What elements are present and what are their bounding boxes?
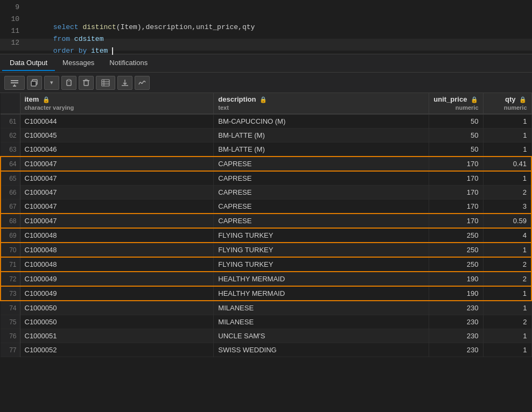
- cell-description: FLYING TURKEY: [214, 228, 429, 243]
- tab-messages[interactable]: Messages: [55, 55, 102, 71]
- chart-icon: [138, 80, 146, 86]
- cell-unit-price: 50: [429, 143, 483, 157]
- row-number: 64: [1, 157, 20, 171]
- cell-description: MILANESE: [214, 315, 429, 329]
- cell-qty: 2: [483, 272, 531, 286]
- cell-unit-price: 230: [429, 315, 483, 329]
- cell-qty: 1: [483, 329, 531, 343]
- lock-icon-qty: 🔒: [517, 96, 527, 103]
- copy-icon: [31, 79, 38, 87]
- svg-rect-8: [84, 81, 88, 86]
- cell-item: C1000048: [20, 228, 214, 243]
- table-row[interactable]: 77 C1000052 SWISS WEDDING 230 1: [1, 343, 531, 357]
- add-row-icon: [10, 79, 19, 87]
- row-number: 77: [1, 343, 20, 357]
- svg-rect-3: [13, 86, 16, 87]
- paste-button[interactable]: [61, 76, 76, 90]
- cell-item: C1000052: [20, 343, 214, 357]
- row-number: 76: [1, 329, 20, 343]
- cell-description: MILANESE: [214, 301, 429, 315]
- cell-description: BM-CAPUCCINO (M): [214, 114, 429, 129]
- tab-data-output[interactable]: Data Output: [2, 55, 55, 71]
- chart-button[interactable]: [135, 76, 150, 90]
- cell-qty: 1: [483, 301, 531, 315]
- lock-icon-description: 🔒: [258, 96, 267, 103]
- cell-unit-price: 170: [429, 157, 483, 171]
- cell-item: C1000048: [20, 243, 214, 257]
- cell-qty: 0.41: [483, 157, 531, 171]
- cursor: [112, 47, 113, 55]
- row-number: 66: [1, 186, 20, 200]
- cell-item: C1000047: [20, 171, 214, 186]
- cell-description: HEALTHY MERMAID: [214, 272, 429, 286]
- table-row[interactable]: 66 C1000047 CAPRESE 170 2: [1, 186, 531, 200]
- cell-item: C1000050: [20, 301, 214, 315]
- table-body: 61 C1000044 BM-CAPUCCINO (M) 50 1 62 C10…: [1, 114, 531, 357]
- cell-description: BM-LATTE (M): [214, 129, 429, 143]
- table-row[interactable]: 61 C1000044 BM-CAPUCCINO (M) 50 1: [1, 114, 531, 129]
- download-button[interactable]: [117, 76, 132, 90]
- table-row[interactable]: 72 C1000049 HEALTHY MERMAID 190 2: [1, 272, 531, 286]
- col-header-qty[interactable]: qty 🔒 numeric: [483, 93, 531, 114]
- cell-description: BM-LATTE (M): [214, 143, 429, 157]
- row-number: 75: [1, 315, 20, 329]
- paste-icon: [65, 79, 73, 87]
- add-row-button[interactable]: [4, 76, 25, 90]
- cell-qty: 2: [483, 315, 531, 329]
- filter-button[interactable]: [96, 76, 115, 90]
- table-row[interactable]: 63 C1000046 BM-LATTE (M) 50 1: [1, 143, 531, 157]
- table-row[interactable]: 76 C1000051 UNCLE SAM'S 230 1: [1, 329, 531, 343]
- svg-rect-10: [85, 79, 87, 80]
- copy-button[interactable]: [27, 76, 42, 90]
- col-header-item[interactable]: item 🔒 character varying: [20, 93, 214, 114]
- table-row[interactable]: 68 C1000047 CAPRESE 170 0.59: [1, 214, 531, 228]
- cell-description: HEALTHY MERMAID: [214, 286, 429, 301]
- cell-description: FLYING TURKEY: [214, 257, 429, 272]
- cell-unit-price: 250: [429, 243, 483, 257]
- cell-unit-price: 170: [429, 171, 483, 186]
- cell-item: C1000051: [20, 329, 214, 343]
- cell-qty: 1: [483, 286, 531, 301]
- cell-description: CAPRESE: [214, 214, 429, 228]
- table-row[interactable]: 71 C1000048 FLYING TURKEY 250 2: [1, 257, 531, 272]
- table-row[interactable]: 70 C1000048 FLYING TURKEY 250 1: [1, 243, 531, 257]
- tab-notifications[interactable]: Notifications: [102, 55, 155, 71]
- cell-qty: 1: [483, 129, 531, 143]
- cell-item: C1000047: [20, 214, 214, 228]
- chevron-down-icon: ▾: [50, 79, 53, 86]
- cell-unit-price: 250: [429, 257, 483, 272]
- cell-unit-price: 170: [429, 200, 483, 214]
- col-header-unit-price[interactable]: unit_price 🔒 numeric: [429, 93, 483, 114]
- table-row[interactable]: 65 C1000047 CAPRESE 170 1: [1, 171, 531, 186]
- table-row[interactable]: 64 C1000047 CAPRESE 170 0.41: [1, 157, 531, 171]
- cell-unit-price: 170: [429, 186, 483, 200]
- row-number: 61: [1, 114, 20, 129]
- col-header-description[interactable]: description 🔒 text: [214, 93, 429, 114]
- sql-line-9: 9: [0, 3, 532, 15]
- cell-unit-price: 50: [429, 114, 483, 129]
- dropdown-button[interactable]: ▾: [44, 76, 59, 90]
- cell-item: C1000045: [20, 129, 214, 143]
- tabs-bar: Data Output Messages Notifications: [0, 54, 532, 73]
- table-row[interactable]: 73 C1000049 HEALTHY MERMAID 190 1: [1, 286, 531, 301]
- row-number: 72: [1, 272, 20, 286]
- sql-line-12: 12 order by item: [0, 39, 532, 51]
- table-row[interactable]: 74 C1000050 MILANESE 230 1: [1, 301, 531, 315]
- row-num-header: [1, 93, 20, 114]
- cell-description: CAPRESE: [214, 157, 429, 171]
- col-type-item: character varying: [25, 104, 74, 111]
- row-number: 69: [1, 228, 20, 243]
- col-name-item: item: [25, 95, 39, 103]
- row-number: 63: [1, 143, 20, 157]
- delete-button[interactable]: [79, 76, 94, 90]
- col-name-qty: qty: [505, 95, 516, 103]
- table-row[interactable]: 62 C1000045 BM-LATTE (M) 50 1: [1, 129, 531, 143]
- table-row[interactable]: 75 C1000050 MILANESE 230 2: [1, 315, 531, 329]
- toolbar: ▾: [0, 73, 532, 93]
- svg-rect-1: [11, 82, 18, 83]
- table-row[interactable]: 69 C1000048 FLYING TURKEY 250 4: [1, 228, 531, 243]
- table-row[interactable]: 67 C1000047 CAPRESE 170 3: [1, 200, 531, 214]
- row-number: 73: [1, 286, 20, 301]
- cell-description: UNCLE SAM'S: [214, 329, 429, 343]
- cell-description: SWISS WEDDING: [214, 343, 429, 357]
